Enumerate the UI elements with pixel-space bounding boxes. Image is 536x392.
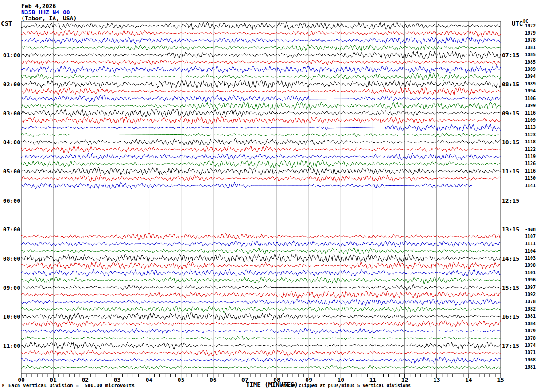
dc-offset-value: 1130 — [522, 176, 536, 181]
dc-offset-value: 1072 — [522, 24, 536, 28]
seismogram-trace-row-5 — [21, 60, 501, 65]
dc-offset-value: 1099 — [522, 104, 536, 108]
left-time-label: 06:00 — [0, 197, 21, 203]
seismogram-trace-row-20 — [21, 168, 501, 175]
x-tick-label: 12 — [401, 377, 408, 383]
dc-offset-value: 1085 — [522, 60, 536, 65]
dc-offset-value: 1079 — [522, 329, 536, 333]
dc-offset-value: 1097 — [522, 285, 536, 290]
seismogram-trace-row-4 — [21, 51, 501, 58]
dc-offset-value: 1094 — [522, 74, 536, 79]
header-station-id: N35B HHZ N4 00 — [21, 9, 70, 15]
seismogram-trace-row-16 — [21, 138, 501, 145]
seismogram-trace-row-37 — [21, 291, 501, 298]
dc-offset-value: 1079 — [522, 31, 536, 35]
header-date: Feb 4,2026 — [21, 3, 56, 9]
left-time-label: 08:00 — [0, 255, 21, 261]
helicorder-page: Feb 4,2026 N35B HHZ N4 00 (Tabor, IA, US… — [0, 0, 536, 392]
seismogram-trace-row-3 — [21, 45, 501, 51]
right-time-label: 09:15 — [502, 110, 519, 116]
dc-offset-value: 1123 — [522, 133, 536, 137]
seismogram-trace-row-7 — [21, 73, 501, 80]
x-tick-label: 10 — [338, 377, 345, 383]
dc-offset-value: 1078 — [522, 300, 536, 304]
helicorder-canvas — [0, 0, 536, 392]
right-time-label: 13:15 — [502, 227, 519, 232]
left-time-label: 07:00 — [0, 227, 21, 232]
dc-offset-value: 1089 — [522, 67, 536, 72]
right-time-label: 16:15 — [502, 314, 519, 319]
left-time-label: 04:00 — [0, 139, 21, 145]
dc-offset-value: 1081 — [522, 365, 536, 369]
left-time-label: 02:00 — [0, 81, 21, 87]
seismogram-trace-row-12 — [21, 109, 501, 116]
dc-offset-value: 1074 — [522, 343, 536, 348]
left-time-label: 10:00 — [0, 314, 21, 319]
right-time-label: 17:15 — [502, 342, 519, 348]
dc-offset-value: -nan — [522, 227, 536, 231]
seismogram-trace-row-44 — [21, 342, 501, 349]
dc-offset-value: 1122 — [522, 147, 536, 152]
vertical-scale-note: Each Vertical Division = 500.00 microvol… — [8, 383, 135, 388]
x-tick-label: 02 — [82, 377, 89, 383]
dc-offset-value: 1126 — [522, 161, 536, 166]
seismogram-trace-row-0 — [21, 22, 501, 29]
dc-offset-value: 1104 — [522, 249, 536, 254]
right-time-label: 12:15 — [502, 197, 519, 203]
right-time-label: 08:15 — [502, 81, 519, 87]
left-time-label: 09:00 — [0, 284, 21, 290]
x-tick-label: 11 — [369, 377, 377, 383]
dc-offset-value: 1078 — [522, 38, 536, 42]
seismogram-trace-row-35 — [21, 277, 501, 284]
dc-offset-value: 1119 — [522, 154, 536, 159]
seismogram-trace-row-47 — [21, 365, 501, 369]
seismogram-trace-row-34 — [21, 269, 501, 277]
right-time-label: 10:15 — [502, 139, 519, 145]
dc-offset-value: 1082 — [522, 307, 536, 311]
dc-offset-value: 1107 — [522, 234, 536, 239]
seismogram-trace-row-38 — [21, 299, 501, 306]
seismogram-trace-row-14 — [21, 124, 501, 131]
dc-offset-value: 1103 — [522, 256, 536, 261]
dc-offset-value: 1113 — [522, 125, 536, 130]
seismogram-trace-row-10 — [21, 95, 501, 102]
seismogram-trace-row-8 — [21, 81, 501, 88]
seismogram-trace-row-45 — [21, 350, 501, 356]
x-tick-label: 01 — [50, 377, 57, 383]
dc-offset-value: 1081 — [522, 314, 536, 319]
dc-offset-value: 1084 — [522, 322, 536, 326]
right-time-label: 07:15 — [502, 52, 519, 58]
seismogram-trace-row-32 — [21, 255, 501, 262]
corner-mark: M — [2, 384, 4, 388]
seismogram-trace-row-42 — [21, 328, 501, 334]
dc-offset-value: 1081 — [522, 46, 536, 50]
x-tick-label: 06 — [210, 377, 217, 383]
seismogram-trace-row-15 — [21, 133, 501, 137]
seismogram-trace-row-43 — [21, 336, 501, 340]
left-time-label: 05:00 — [0, 168, 21, 174]
seismogram-trace-row-40 — [21, 313, 501, 320]
seismogram-trace-row-9 — [21, 88, 501, 95]
dc-offset-value: 1078 — [522, 336, 536, 341]
dc-offset-value: 1068 — [522, 358, 536, 362]
right-time-label: 14:15 — [502, 255, 519, 261]
dc-offset-value: 1092 — [522, 292, 536, 297]
dc-offset-value: 1106 — [522, 96, 536, 101]
dc-offset-value: 1071 — [522, 350, 536, 355]
x-tick-label: 13 — [433, 377, 440, 383]
dc-offset-value: 1101 — [522, 271, 536, 275]
dc-offset-value: 1096 — [522, 278, 536, 282]
seismogram-trace-row-18 — [21, 153, 501, 160]
x-tick-label: 14 — [465, 377, 472, 383]
seismogram-trace-row-13 — [21, 117, 501, 124]
dc-offset-value: 1085 — [522, 53, 536, 57]
seismogram-trace-row-36 — [21, 284, 501, 290]
seismogram-trace-row-39 — [21, 306, 501, 313]
seismogram-trace-row-21 — [21, 175, 501, 182]
left-time-label: 01:00 — [0, 52, 21, 58]
x-tick-label: 04 — [146, 377, 153, 383]
dc-offset-value: 1098 — [522, 263, 536, 268]
x-tick-label: 03 — [114, 377, 121, 383]
seismogram-trace-row-19 — [21, 160, 501, 167]
dc-offset-value: 1094 — [522, 89, 536, 93]
